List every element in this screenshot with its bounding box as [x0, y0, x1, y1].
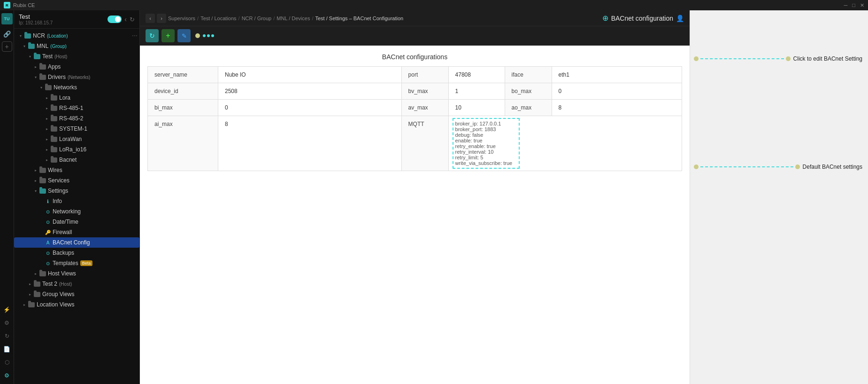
sidebar-item-services[interactable]: ▸ Services — [14, 175, 139, 186]
mqtt-retry-limit: retry_limit: 5 — [455, 155, 513, 160]
chevron-right-icon: ▸ — [23, 303, 28, 307]
avatar: TU — [1, 13, 13, 24]
sidebar-item-bacnet[interactable]: ▸ Bacnet — [14, 155, 139, 165]
doc-icon[interactable]: 📄 — [1, 344, 13, 355]
sidebar-item-settings[interactable]: ▾ Settings — [14, 186, 139, 196]
table-row: bi_max 0 av_max 10 ao_max 8 — [148, 100, 682, 116]
wires-label: Wires — [48, 167, 62, 173]
settings-label: Settings — [48, 188, 68, 194]
sidebar-item-host-views[interactable]: ▸ Host Views — [14, 268, 139, 279]
settings-bottom-icon[interactable]: ⚙ — [1, 370, 13, 381]
titlebar-controls: ─ □ ✕ — [844, 2, 864, 8]
sidebar-item-wires[interactable]: ▸ Wires — [14, 165, 139, 175]
cell-mqtt-key: MQTT — [401, 116, 448, 171]
rs485-1-label: RS-485-1 — [59, 105, 83, 111]
sidebar-item-info[interactable]: ℹ Info — [14, 196, 139, 206]
sidebar-refresh-btn[interactable]: ↻ — [130, 16, 135, 23]
cell-bi-max-val: 0 — [218, 100, 402, 116]
cell-bo-max-val: 0 — [552, 83, 682, 100]
host-toggle[interactable] — [108, 16, 122, 23]
sidebar: Test Ip: 192.168.15.7 ‹ ↻ ▾ NCR (Locatio… — [14, 0, 140, 384]
sidebar-item-networking[interactable]: ⊙ Networking — [14, 206, 139, 217]
annotation-2: Default BACnet settings — [690, 164, 868, 170]
annotation-1: Click to edit BACnet Setting — [690, 55, 868, 62]
sidebar-item-firewall[interactable]: 🔑 Firewall — [14, 227, 139, 237]
templates-icon: ⊙ — [45, 260, 51, 266]
sidebar-item-ncr[interactable]: ▾ NCR (Location) ⋯ — [14, 31, 139, 41]
nodes-icon[interactable]: ⬡ — [1, 357, 13, 368]
close-btn[interactable]: ✕ — [860, 2, 864, 8]
beta-badge: Beta — [80, 260, 93, 266]
breadcrumb-bar: ‹ › Supervisors / Test / Locations / NCR… — [140, 10, 690, 26]
add-btn[interactable]: + — [161, 29, 175, 42]
mqtt-settings-container: broker_ip: 127.0.0.1 broker_port: 1883 d… — [455, 121, 513, 166]
breadcrumb-test-locations[interactable]: Test / Locations — [200, 16, 236, 21]
datetime-label: Date/Time — [53, 219, 78, 225]
sidebar-item-apps[interactable]: ▸ Apps — [14, 62, 139, 72]
lora-io16-label: LoRa_io16 — [59, 146, 86, 153]
sidebar-collapse-btn[interactable]: ‹ — [124, 16, 127, 23]
link-icon[interactable]: 🔗 — [1, 28, 13, 39]
sidebar-item-datetime[interactable]: ⊙ Date/Time — [14, 217, 139, 227]
sidebar-item-networks[interactable]: ▾ Networks — [14, 82, 139, 93]
folder-icon-lorawan — [51, 137, 57, 142]
firewall-label: Firewall — [53, 229, 72, 235]
lightning-icon[interactable]: ⚡ — [1, 304, 13, 315]
test-tag: (Host) — [54, 54, 67, 59]
sidebar-item-rs485-1[interactable]: ▸ RS-485-1 — [14, 103, 139, 113]
breadcrumb-mnl-devices[interactable]: MNL / Devices — [277, 16, 310, 21]
folder-icon-bacnet — [51, 157, 57, 163]
nav-forward-btn[interactable]: › — [157, 14, 166, 23]
sidebar-item-test2[interactable]: ▸ Test 2 (Host) — [14, 279, 139, 289]
gear-icon[interactable]: ⚙ — [1, 317, 13, 329]
breadcrumb-current: Test / Settings – BACnet Configuration — [315, 16, 403, 21]
group-views-label: Group Views — [42, 291, 74, 298]
ann-dashed-line-1 — [700, 58, 784, 59]
networks-label: Networks — [54, 84, 77, 91]
firewall-icon: 🔑 — [45, 229, 51, 235]
annotation-text-1: Click to edit BACnet Setting — [793, 55, 862, 62]
cell-iface-key: iface — [505, 67, 552, 83]
config-table: server_name Nube IO port 47808 iface eth… — [147, 66, 682, 171]
cell-ai-max-val: 8 — [218, 116, 402, 171]
main-content: ‹ › Supervisors / Test / Locations / NCR… — [140, 0, 690, 384]
sidebar-item-templates[interactable]: ⊙ Templates Beta — [14, 258, 139, 268]
lora-label: Lora — [59, 94, 70, 101]
sidebar-item-backups[interactable]: ⊙ Backups — [14, 248, 139, 258]
folder-icon-ncr — [24, 33, 31, 39]
sidebar-item-rs485-2[interactable]: ▸ RS-485-2 — [14, 113, 139, 124]
ncr-tag: (Location) — [47, 33, 68, 39]
sidebar-item-system-1[interactable]: ▸ SYSTEM-1 — [14, 124, 139, 134]
ncr-menu[interactable]: ⋯ — [132, 32, 138, 39]
sidebar-item-location-views[interactable]: ▸ Location Views — [14, 299, 139, 310]
status-dot — [195, 33, 200, 38]
refresh-btn[interactable]: ↻ — [146, 29, 159, 42]
mnl-label: MNL — [37, 43, 48, 49]
folder-icon-drivers — [39, 75, 46, 80]
maximize-btn[interactable]: □ — [852, 2, 855, 8]
breadcrumb-ncr-group[interactable]: NCR / Group — [242, 16, 272, 21]
sidebar-item-lora[interactable]: ▸ Lora — [14, 93, 139, 103]
edit-btn[interactable]: ✎ — [177, 29, 191, 42]
sidebar-item-group-views[interactable]: ▸ Group Views — [14, 289, 139, 299]
folder-icon-system-1 — [51, 126, 57, 132]
add-icon[interactable]: + — [2, 41, 12, 52]
sidebar-item-test[interactable]: ▾ Test (Host) — [14, 51, 139, 62]
chevron-right-icon: ▸ — [29, 282, 34, 286]
refresh-icon[interactable]: ↻ — [1, 330, 13, 342]
sidebar-item-lora-io16[interactable]: ▸ LoRa_io16 — [14, 144, 139, 155]
sidebar-item-bacnet-config[interactable]: A BACnet Config — [14, 237, 139, 248]
sidebar-item-lorawan[interactable]: ▸ LoraWan — [14, 134, 139, 144]
cell-port-key: port — [401, 67, 448, 83]
breadcrumb-supervisors[interactable]: Supervisors — [168, 16, 195, 21]
minimize-btn[interactable]: ─ — [844, 2, 848, 8]
sidebar-item-drivers[interactable]: ▾ Drivers (Networks) — [14, 72, 139, 82]
sidebar-item-mnl[interactable]: ▾ MNL (Group) — [14, 41, 139, 51]
nav-back-btn[interactable]: ‹ — [146, 14, 155, 23]
cell-device-id-key: device_id — [148, 83, 218, 100]
ann-callout-dot-1 — [786, 56, 791, 61]
app-icon: R — [4, 2, 10, 8]
chevron-down-icon: ▾ — [29, 55, 34, 59]
users-icon: 👤 — [676, 15, 684, 22]
chevron-right-icon: ▸ — [35, 168, 39, 172]
